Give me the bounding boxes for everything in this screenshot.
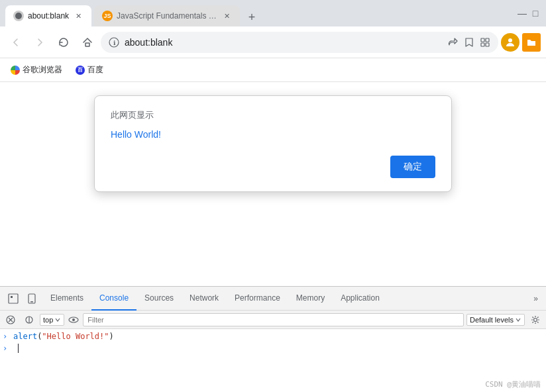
devtools-tabs: Elements Console Sources Network Perform… — [0, 287, 546, 311]
console-line-2: › — [3, 342, 543, 354]
home-button[interactable] — [77, 32, 98, 53]
svg-point-8 — [508, 38, 512, 42]
extensions-icon[interactable] — [480, 37, 490, 48]
svg-text:ℹ: ℹ — [113, 40, 116, 46]
forward-button[interactable] — [29, 32, 50, 53]
console-settings-icon[interactable] — [527, 312, 543, 328]
tab-favicon-2: JS — [102, 11, 113, 21]
console-clear-icon[interactable] — [3, 312, 19, 328]
alert-header: 此网页显示 — [111, 109, 435, 121]
svg-rect-1 — [85, 43, 89, 46]
back-button[interactable] — [5, 32, 27, 53]
tab-title-2: JavaScript Fundamentals – Par — [117, 11, 217, 21]
svg-rect-7 — [486, 43, 489, 46]
svg-rect-9 — [9, 294, 18, 303]
svg-rect-5 — [486, 38, 489, 42]
eye-icon[interactable] — [67, 313, 80, 326]
tab-favicon-1 — [13, 11, 24, 21]
context-value: top — [43, 316, 53, 324]
devtools-tab-elements[interactable]: Elements — [42, 287, 91, 311]
svg-point-0 — [15, 13, 22, 19]
tab-bar: about:blank ✕ JS JavaScript Fundamentals… — [0, 0, 546, 26]
console-code-1: alert("Hello World!") — [13, 332, 114, 341]
refresh-button[interactable] — [53, 32, 74, 53]
devtools-tab-icons — [3, 291, 42, 307]
address-text: about:blank — [125, 37, 443, 48]
context-selector[interactable]: top — [40, 314, 64, 326]
profile-button[interactable] — [501, 33, 519, 52]
minimize-button[interactable]: — — [517, 8, 527, 19]
devtools-device-icon[interactable] — [24, 291, 40, 307]
svg-point-17 — [534, 318, 537, 321]
tab-close-2[interactable]: ✕ — [221, 11, 232, 21]
devtools-more-button[interactable]: » — [528, 287, 543, 311]
devtools-console: › alert("Hello World!") › CSDN @黄油喵喵 — [0, 329, 546, 392]
default-levels-label: Default levels — [470, 316, 514, 324]
devtools-tab-sources[interactable]: Sources — [136, 287, 182, 311]
bookmark-baidu-label: 百度 — [87, 64, 103, 75]
share-icon — [448, 37, 459, 48]
bookmark-google[interactable]: 谷歌浏览器 — [5, 62, 68, 78]
nav-bar: ℹ about:blank — [0, 26, 546, 58]
security-icon: ℹ — [109, 37, 119, 48]
bookmarks-bar: 谷歌浏览器 百 百度 — [0, 58, 546, 82]
tab-title-1: about:blank — [28, 11, 69, 21]
watermark: CSDN @黄油喵喵 — [485, 379, 541, 389]
console-prompt-1: › — [3, 332, 11, 341]
svg-rect-6 — [481, 43, 484, 46]
page-content: 此网页显示 Hello World! 确定 — [0, 82, 546, 286]
devtools-tab-memory[interactable]: Memory — [288, 287, 333, 311]
folder-button[interactable] — [522, 33, 541, 52]
google-favicon — [11, 66, 20, 75]
window-controls: — □ — [517, 0, 546, 26]
tab-close-1[interactable]: ✕ — [73, 11, 83, 21]
svg-rect-11 — [30, 301, 33, 303]
new-tab-button[interactable]: + — [243, 8, 261, 26]
svg-rect-4 — [481, 38, 484, 42]
alert-footer: 确定 — [111, 156, 435, 178]
default-levels-selector[interactable]: Default levels — [466, 314, 525, 326]
alert-dialog: 此网页显示 Hello World! 确定 — [94, 95, 452, 192]
devtools-panel: Elements Console Sources Network Perform… — [0, 286, 546, 392]
console-prompt-2: › — [3, 344, 11, 353]
nav-right-icons — [501, 33, 541, 52]
baidu-favicon: 百 — [76, 66, 85, 75]
browser-frame: about:blank ✕ JS JavaScript Fundamentals… — [0, 0, 546, 392]
alert-message: Hello World! — [111, 129, 435, 140]
devtools-tab-performance[interactable]: Performance — [227, 287, 288, 311]
levels-dropdown-arrow — [515, 317, 521, 323]
alert-ok-button[interactable]: 确定 — [390, 156, 435, 178]
devtools-inspect-icon[interactable] — [5, 291, 21, 307]
bookmark-baidu[interactable]: 百 百度 — [70, 62, 109, 78]
bookmark-icon[interactable] — [464, 37, 474, 48]
console-code-2[interactable] — [13, 344, 19, 353]
bookmark-google-label: 谷歌浏览器 — [23, 64, 62, 75]
tab-about-blank[interactable]: about:blank ✕ — [5, 5, 91, 26]
console-line-1: › alert("Hello World!") — [3, 330, 543, 342]
svg-point-16 — [72, 318, 75, 321]
console-filter-input[interactable] — [83, 313, 464, 326]
maximize-button[interactable]: □ — [530, 8, 541, 19]
console-filter-icon[interactable] — [21, 312, 37, 328]
devtools-tab-network[interactable]: Network — [182, 287, 227, 311]
devtools-tab-console[interactable]: Console — [91, 287, 136, 311]
address-bar[interactable]: ℹ about:blank — [101, 32, 498, 53]
tab-js-fundamentals[interactable]: JS JavaScript Fundamentals – Par ✕ — [94, 5, 240, 26]
devtools-toolbar: top Default levels — [0, 311, 546, 329]
context-dropdown-arrow — [54, 317, 61, 323]
devtools-tab-application[interactable]: Application — [333, 287, 388, 311]
